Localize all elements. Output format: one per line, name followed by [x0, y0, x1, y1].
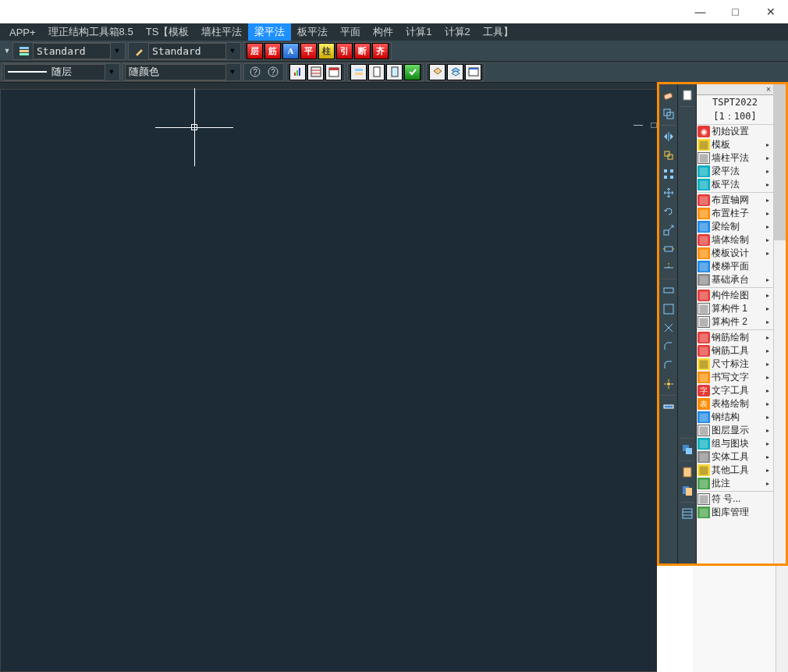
- vt2-paste-icon[interactable]: [679, 464, 696, 481]
- menu-item-sym[interactable]: 符 号...: [697, 492, 773, 506]
- tool-window-icon[interactable]: [465, 64, 481, 80]
- menu-item-block[interactable]: 组与图块▸: [697, 437, 773, 450]
- menu-item-note[interactable]: 批注▸: [697, 477, 773, 490]
- panel-scrollbar[interactable]: [773, 84, 786, 564]
- menu-item-ent[interactable]: 实体工具▸: [697, 450, 773, 464]
- lower-scrollbar[interactable]: [776, 566, 788, 672]
- char-icon-层[interactable]: 层: [247, 43, 263, 59]
- scrollbar-thumb[interactable]: [774, 84, 786, 240]
- vt-copy-icon[interactable]: [660, 105, 677, 123]
- minimize-button[interactable]: —: [683, 0, 718, 23]
- color-arrow[interactable]: ▼: [226, 68, 239, 76]
- menu-item-axis[interactable]: 布置轴网▸: [697, 194, 773, 207]
- char-icon-筋[interactable]: 筋: [264, 43, 281, 59]
- linetype-arrow[interactable]: ▼: [105, 68, 118, 76]
- tool-hatch-icon[interactable]: [307, 64, 324, 80]
- menu-item-wall[interactable]: 墙体绘制▸: [697, 233, 773, 247]
- vt2-paste2-icon[interactable]: [679, 482, 696, 500]
- char-icon-A[interactable]: A: [282, 43, 299, 59]
- menu-item-calc1[interactable]: 算构件 1▸: [697, 302, 773, 315]
- tool-check-icon[interactable]: [404, 64, 421, 80]
- style-combo-2[interactable]: Standard: [148, 43, 226, 59]
- menu-item-beam2[interactable]: 梁绘制▸: [697, 220, 773, 233]
- tool-stack-icon[interactable]: [350, 64, 367, 80]
- vt-scale-icon[interactable]: [660, 222, 677, 239]
- help-icon-1[interactable]: ?: [247, 64, 263, 80]
- vt-move-icon[interactable]: [660, 184, 677, 201]
- menu-item-7[interactable]: 构件: [367, 23, 399, 41]
- maximize-button[interactable]: □: [718, 0, 753, 23]
- menu-item-dim[interactable]: 尺寸标注▸: [697, 357, 773, 371]
- drawing-canvas[interactable]: — □ ✕: [0, 89, 680, 672]
- vt-offset-icon[interactable]: [660, 147, 677, 164]
- close-button[interactable]: ✕: [753, 0, 788, 23]
- menu-item-6[interactable]: 平面: [334, 23, 367, 41]
- menu-item-字[interactable]: 字文字工具▸: [697, 384, 773, 397]
- canvas-minimize-icon[interactable]: —: [633, 119, 644, 130]
- tool-page-icon[interactable]: [368, 64, 385, 80]
- menu-item-grid[interactable]: 墙柱平法▸: [697, 151, 773, 165]
- menu-item-tmpl[interactable]: 模板▸: [697, 138, 773, 151]
- vt-explode-icon[interactable]: [660, 375, 677, 393]
- tool-doc-icon[interactable]: [386, 64, 403, 80]
- tool-layers-icon[interactable]: [429, 64, 445, 80]
- menu-item-rtool[interactable]: 钢筋工具▸: [697, 344, 773, 357]
- vt-trim-icon[interactable]: [660, 259, 677, 276]
- menu-item-9[interactable]: 计算2: [438, 23, 477, 41]
- menu-item-other[interactable]: 其他工具▸: [697, 464, 773, 477]
- menu-item-gear[interactable]: ◉初始设置: [697, 125, 773, 138]
- char-icon-断[interactable]: 断: [354, 43, 371, 59]
- tool-layers2-icon[interactable]: [447, 64, 463, 80]
- vt-measure-icon[interactable]: [660, 398, 677, 415]
- style-combo-2-arrow[interactable]: ▼: [226, 47, 239, 55]
- vt-fillet-icon[interactable]: [660, 357, 677, 374]
- menu-item-8[interactable]: 计算1: [399, 23, 438, 41]
- panel-close-icon[interactable]: ×: [764, 85, 773, 94]
- vt-break-icon[interactable]: [660, 300, 677, 318]
- menu-item-comp[interactable]: 构件绘图▸: [697, 289, 773, 302]
- layer-properties-icon[interactable]: [16, 43, 32, 59]
- help-icon-2[interactable]: ?: [264, 64, 281, 80]
- char-icon-柱[interactable]: 柱: [318, 43, 335, 59]
- vt2-new-icon[interactable]: [679, 87, 696, 104]
- menu-item-text[interactable]: 书写文字▸: [697, 371, 773, 384]
- vt-eraser-icon[interactable]: [660, 87, 677, 104]
- menu-item-floor[interactable]: 楼板设计▸: [697, 247, 773, 260]
- menu-item-4[interactable]: 梁平法: [248, 23, 291, 41]
- menu-item-1[interactable]: 理正结构工具箱8.5: [42, 23, 140, 41]
- menu-item-found[interactable]: 基础承台▸: [697, 273, 773, 286]
- menu-item-calc2[interactable]: 算构件 2▸: [697, 315, 773, 329]
- vt2-props-icon[interactable]: [679, 505, 696, 522]
- style-combo-1[interactable]: Standard: [33, 43, 111, 59]
- tool-chart-icon[interactable]: [289, 64, 306, 80]
- vt2-copy-icon[interactable]: [679, 441, 696, 458]
- brush-icon[interactable]: [131, 43, 147, 59]
- menu-item-2[interactable]: TS【模板: [140, 23, 196, 41]
- menu-item-beam[interactable]: 梁平法▸: [697, 165, 773, 178]
- vt-mirror-icon[interactable]: [660, 128, 677, 145]
- vt-stretch-icon[interactable]: [660, 240, 677, 258]
- vt-array-icon[interactable]: [660, 165, 677, 183]
- toolbar-dropdown-1[interactable]: ▼: [2, 43, 12, 59]
- menu-item-stair[interactable]: 楼梯平面: [697, 260, 773, 273]
- menu-item-10[interactable]: 工具】: [477, 23, 520, 41]
- vt-join-icon[interactable]: [660, 319, 677, 336]
- menu-item-slab[interactable]: 板平法▸: [697, 178, 773, 191]
- tool-calendar-icon[interactable]: [325, 64, 342, 80]
- linetype-combo[interactable]: 随层: [4, 64, 105, 80]
- menu-item-表[interactable]: 表表格绘制▸: [697, 397, 773, 411]
- menu-item-5[interactable]: 板平法: [291, 23, 334, 41]
- menu-item-col[interactable]: 布置柱子▸: [697, 207, 773, 220]
- menu-item-3[interactable]: 墙柱平法: [195, 23, 248, 41]
- char-icon-引[interactable]: 引: [336, 43, 353, 59]
- menu-item-steel[interactable]: 钢结构▸: [697, 411, 773, 424]
- vt-extend-icon[interactable]: [660, 282, 677, 299]
- menu-item-lib[interactable]: 图库管理: [697, 506, 773, 519]
- menu-item-0[interactable]: APP+: [3, 25, 42, 40]
- menu-item-rebar[interactable]: 钢筋绘制▸: [697, 331, 773, 344]
- style-combo-1-arrow[interactable]: ▼: [111, 47, 123, 55]
- vt-rotate-icon[interactable]: [660, 203, 677, 220]
- menu-item-layer[interactable]: 图层显示▸: [697, 424, 773, 437]
- color-combo[interactable]: 随颜色: [125, 64, 226, 80]
- char-icon-齐[interactable]: 齐: [372, 43, 389, 59]
